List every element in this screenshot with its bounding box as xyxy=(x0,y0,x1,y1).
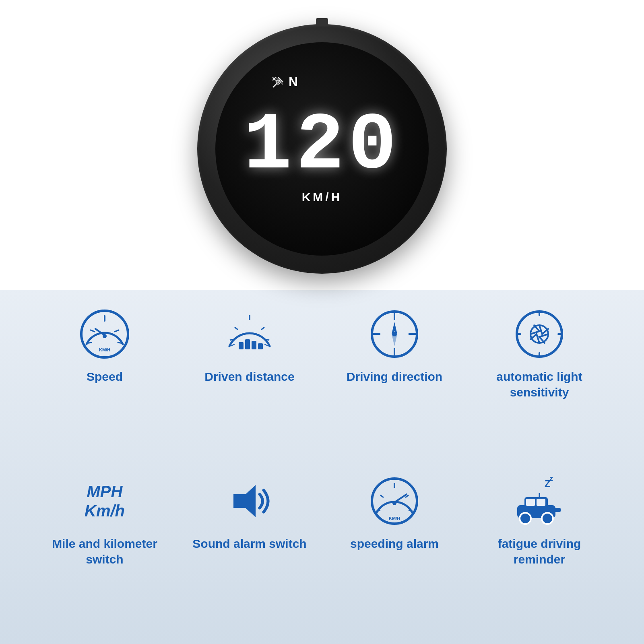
features-row-2: MPH Km/h Mile and kilometer switch Sound… xyxy=(32,473,612,628)
features-section: KM/H Speed xyxy=(0,290,644,644)
driving-direction-icon-wrap xyxy=(366,306,423,362)
satellite-icon xyxy=(272,76,285,89)
features-row-1: KM/H Speed xyxy=(32,306,612,461)
svg-point-58 xyxy=(542,513,553,524)
automatic-light-label: automatic light sensitivity xyxy=(475,369,604,400)
svg-line-19 xyxy=(230,339,234,340)
direction-display: N xyxy=(289,74,298,89)
svg-point-14 xyxy=(103,334,107,338)
svg-rect-23 xyxy=(239,342,244,349)
feature-mile-km: MPH Km/h Mile and kilometer switch xyxy=(40,473,169,567)
svg-line-44 xyxy=(380,495,384,497)
svg-line-17 xyxy=(235,327,238,330)
svg-rect-25 xyxy=(252,341,256,349)
mile-km-label: Mile and kilometer switch xyxy=(40,536,169,567)
feature-fatigue-driving: Z z fatigue driving remin xyxy=(475,473,604,567)
speed-label: Speed xyxy=(87,369,123,384)
speedometer-device: N 120 KM/H xyxy=(197,24,447,274)
driving-direction-label: Driving direction xyxy=(347,369,442,384)
feature-driven-distance: Driven distance xyxy=(185,306,314,384)
fatigue-driving-icon: Z z xyxy=(513,475,566,527)
unit-display: KM/H xyxy=(302,190,343,204)
driving-direction-icon xyxy=(368,308,421,360)
svg-line-10 xyxy=(115,330,119,332)
svg-text:KM/H: KM/H xyxy=(389,516,400,521)
device-connector xyxy=(316,18,328,26)
automatic-light-icon-wrap xyxy=(511,306,568,362)
sound-alarm-icon-wrap xyxy=(221,473,278,529)
svg-point-35 xyxy=(517,312,562,357)
speeding-alarm-icon-wrap: KM/H xyxy=(366,473,423,529)
feature-speeding-alarm: KM/H speeding alarm xyxy=(330,473,459,551)
device-screen: N 120 KM/H xyxy=(215,42,429,256)
svg-rect-26 xyxy=(258,343,263,349)
speed-icon-wrap: KM/H xyxy=(76,306,133,362)
svg-point-34 xyxy=(392,332,397,336)
fatigue-driving-label: fatigue driving reminder xyxy=(475,536,604,567)
automatic-light-icon xyxy=(513,308,566,360)
svg-rect-24 xyxy=(245,339,250,349)
feature-speed: KM/H Speed xyxy=(40,306,169,384)
svg-line-0 xyxy=(278,77,283,82)
feature-automatic-light: automatic light sensitivity xyxy=(475,306,604,400)
speeding-alarm-icon: KM/H xyxy=(368,475,421,527)
svg-point-4 xyxy=(277,81,279,83)
fatigue-driving-icon-wrap: Z z xyxy=(511,473,568,529)
driven-distance-label: Driven distance xyxy=(204,369,294,384)
driven-distance-icon-wrap xyxy=(221,306,278,362)
sound-alarm-icon xyxy=(223,475,276,527)
svg-line-20 xyxy=(265,339,269,340)
svg-line-48 xyxy=(394,494,407,502)
device-section: N 120 KM/H xyxy=(0,0,644,290)
svg-rect-55 xyxy=(526,499,535,506)
svg-line-12 xyxy=(118,343,123,343)
speeding-alarm-label: speeding alarm xyxy=(350,536,439,551)
speed-icon: KM/H xyxy=(78,308,131,360)
svg-rect-56 xyxy=(537,499,545,506)
mile-km-icon-wrap: MPH Km/h xyxy=(76,473,133,529)
driven-distance-icon xyxy=(223,308,276,360)
svg-line-46 xyxy=(376,510,380,511)
speed-display: 120 xyxy=(244,106,400,186)
svg-marker-41 xyxy=(233,485,256,517)
svg-point-57 xyxy=(520,513,531,524)
mph-label: MPH xyxy=(85,482,125,501)
svg-text:KM/H: KM/H xyxy=(99,347,110,352)
device-top-bar: N xyxy=(272,74,298,89)
feature-sound-alarm: Sound alarm switch xyxy=(185,473,314,551)
feature-driving-direction: Driving direction xyxy=(330,306,459,384)
sound-alarm-label: Sound alarm switch xyxy=(192,536,306,551)
svg-rect-59 xyxy=(553,508,561,512)
svg-line-18 xyxy=(261,327,264,330)
svg-line-9 xyxy=(91,330,95,332)
svg-text:z: z xyxy=(549,475,553,483)
svg-line-47 xyxy=(409,510,413,511)
svg-point-49 xyxy=(392,501,396,505)
kmh-label: Km/h xyxy=(85,501,125,520)
svg-point-36 xyxy=(530,325,548,343)
svg-line-11 xyxy=(87,343,91,343)
